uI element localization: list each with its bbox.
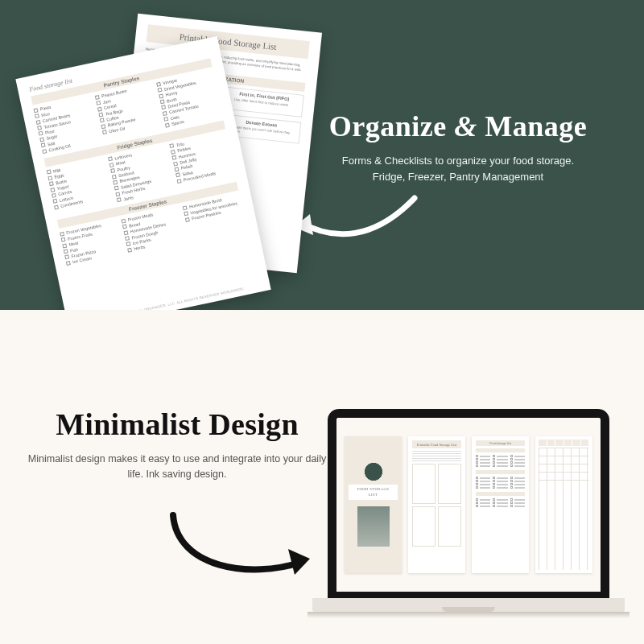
checkbox-icon bbox=[61, 237, 66, 242]
checkbox-icon bbox=[97, 106, 102, 111]
checkbox-icon bbox=[185, 217, 190, 222]
checkbox-icon bbox=[113, 180, 118, 185]
curved-arrow-icon bbox=[161, 499, 322, 596]
checkbox-icon bbox=[54, 204, 59, 209]
checkbox-icon bbox=[121, 219, 126, 224]
thumbnail-table-header bbox=[539, 440, 589, 446]
checkbox-icon bbox=[35, 114, 39, 118]
checkbox-icon bbox=[175, 167, 180, 171]
checkbox-icon bbox=[36, 120, 41, 125]
checkbox-icon bbox=[156, 82, 161, 87]
checkbox-icon bbox=[62, 243, 67, 248]
top-text-block: Organize & Manage Forms & Checklists to … bbox=[309, 109, 607, 185]
checkbox-icon bbox=[110, 168, 115, 173]
thumbnail-title: Food storage list bbox=[476, 440, 525, 446]
checkbox-icon bbox=[114, 186, 119, 191]
checkbox-icon bbox=[117, 197, 122, 202]
checkbox-icon bbox=[96, 101, 101, 105]
thumbnail-page: Food storage list bbox=[472, 436, 529, 573]
checkbox-icon bbox=[183, 205, 188, 210]
checkbox-icon bbox=[41, 143, 46, 148]
bottom-hero-panel: Minimalist Design Minimalist design make… bbox=[0, 310, 644, 644]
checkbox-icon bbox=[161, 105, 166, 110]
checkbox-icon bbox=[122, 225, 127, 229]
checkbox-icon bbox=[53, 199, 58, 204]
checkbox-icon bbox=[115, 192, 120, 196]
top-title: Organize & Manage bbox=[309, 109, 607, 143]
laptop-mockup: FOOD STORAGE LIST Printable Food Storage… bbox=[312, 409, 625, 618]
seal-icon bbox=[365, 463, 382, 481]
checkbox-icon bbox=[39, 137, 44, 142]
checklist-label: Jams bbox=[123, 195, 134, 202]
checkbox-icon bbox=[173, 161, 178, 166]
paper-stack-mockup: Printable Food Storage List Maintaining … bbox=[32, 16, 302, 334]
top-hero-panel: Organize & Manage Forms & Checklists to … bbox=[0, 0, 644, 310]
bottom-subtitle: Minimalist design makes it easy to use a… bbox=[24, 452, 330, 483]
thumbnail-cover-image bbox=[357, 506, 390, 547]
checkbox-icon bbox=[177, 179, 182, 184]
checkbox-icon bbox=[184, 212, 188, 217]
checkbox-icon bbox=[47, 170, 52, 175]
checkbox-icon bbox=[172, 155, 177, 160]
top-title-post: Manage bbox=[477, 110, 587, 142]
checkbox-icon bbox=[52, 193, 56, 198]
checkbox-icon bbox=[112, 174, 117, 179]
checkbox-icon bbox=[124, 230, 129, 235]
checkbox-icon bbox=[159, 93, 163, 98]
ampersand: & bbox=[454, 110, 477, 142]
checkbox-icon bbox=[175, 173, 180, 178]
checkbox-icon bbox=[60, 232, 64, 237]
checkbox-icon bbox=[64, 255, 69, 260]
laptop-screen: FOOD STORAGE LIST Printable Food Storage… bbox=[336, 418, 601, 592]
checkbox-icon bbox=[101, 124, 105, 129]
checkbox-icon bbox=[160, 99, 165, 104]
thumbnail-cover-label: FOOD STORAGE LIST bbox=[349, 485, 398, 500]
thumbnail-page: Printable Food Storage List bbox=[408, 436, 465, 573]
checkbox-icon bbox=[47, 175, 52, 180]
thumbnail-grid bbox=[412, 506, 461, 547]
checkbox-icon bbox=[126, 242, 131, 246]
checkbox-icon bbox=[109, 163, 114, 167]
checkbox-icon bbox=[95, 95, 100, 100]
thumbnail-text-block bbox=[412, 451, 461, 462]
checkbox-icon bbox=[49, 181, 54, 186]
checkbox-icon bbox=[100, 118, 105, 123]
info-cell: First In, First Out (FIFO)Use older item… bbox=[224, 86, 304, 117]
bottom-text-block: Minimalist Design Minimalist design make… bbox=[24, 407, 330, 483]
thumbnail-page: Freezer storage list bbox=[535, 436, 592, 573]
checkbox-icon bbox=[39, 131, 43, 136]
laptop-shadow bbox=[308, 612, 630, 618]
thumbnail-checklist bbox=[476, 448, 525, 508]
bottom-title: Minimalist Design bbox=[24, 407, 330, 442]
checkbox-icon bbox=[165, 122, 170, 127]
checkbox-icon bbox=[169, 144, 174, 149]
checkbox-icon bbox=[42, 149, 47, 154]
checklist-label: Spices bbox=[171, 119, 185, 126]
checkbox-icon bbox=[37, 126, 42, 130]
checkbox-icon bbox=[64, 249, 68, 254]
checkbox-icon bbox=[163, 111, 167, 116]
checkbox-icon bbox=[66, 261, 71, 266]
checkbox-icon bbox=[102, 130, 107, 134]
checkbox-icon bbox=[50, 188, 55, 192]
thumbnail-grid bbox=[412, 464, 461, 504]
curved-arrow-icon bbox=[286, 184, 423, 272]
thumbnail-title: Printable Food Storage List bbox=[412, 440, 461, 448]
checkbox-icon bbox=[125, 236, 130, 241]
checkbox-icon bbox=[171, 150, 175, 155]
checkbox-icon bbox=[127, 248, 132, 253]
thumbnail-cover: FOOD STORAGE LIST bbox=[345, 436, 402, 573]
checkbox-icon bbox=[34, 108, 39, 113]
laptop-bezel: FOOD STORAGE LIST Printable Food Storage… bbox=[328, 409, 609, 601]
top-subtitle: Forms & Checklists to organize your food… bbox=[309, 153, 607, 185]
top-title-pre: Organize bbox=[329, 110, 454, 142]
checkbox-icon bbox=[108, 157, 113, 162]
thumbnail-table-grid bbox=[539, 448, 589, 570]
checkbox-icon bbox=[158, 88, 163, 93]
checkbox-icon bbox=[98, 113, 103, 118]
checklist-label: Herbs bbox=[134, 245, 146, 252]
checkbox-icon bbox=[163, 117, 168, 122]
